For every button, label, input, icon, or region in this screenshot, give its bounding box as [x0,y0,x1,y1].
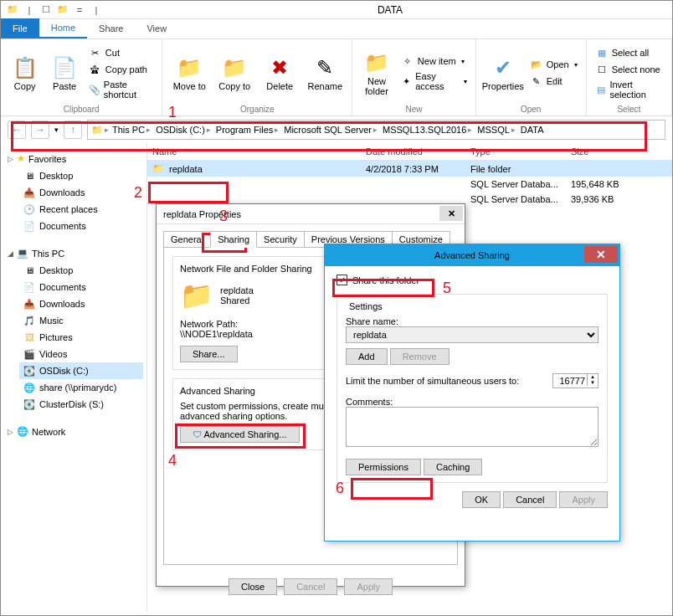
sidebar-item-clusterdisk[interactable]: 💽ClusterDisk (S:) [19,396,143,413]
sidebar-item-desktop[interactable]: 🖥Desktop [19,167,143,184]
open-group: ✔Properties 📂Open▾ ✎Edit Open [476,39,587,116]
tab-sharing[interactable]: Sharing [210,231,257,248]
new-folder-button[interactable]: 📁New folder [359,43,394,103]
sidebar-item-pc-videos[interactable]: 🎬Videos [19,346,143,362]
eq-icon[interactable]: = [73,3,86,17]
share-name-select[interactable]: repldata [346,326,599,343]
organize-group: 📁Move to 📁Copy to ✖Delete ✎Rename Organi… [162,39,352,116]
invert-icon: ▤ [595,83,607,96]
favorites-header[interactable]: ▷★Favorites [4,150,143,167]
invert-selection-button[interactable]: ▤Invert selection [593,79,665,100]
column-headers[interactable]: Name Date modified Type Size [147,143,672,161]
folder2-icon[interactable]: 📁 [56,3,69,17]
add-button[interactable]: Add [346,348,388,365]
crumb-mssql13[interactable]: MSSQL13.SQL2016▸ [381,125,474,135]
copyto-button[interactable]: 📁Copy to [214,43,254,103]
cut-button[interactable]: ✂Cut [87,45,155,60]
delete-button[interactable]: ✖Delete [259,43,300,103]
sidebar-item-documents[interactable]: 📄Documents [19,218,143,234]
ribbon: 📋Copy 📄Paste ✂Cut 🛣Copy path 📎Paste shor… [1,39,672,116]
ok-button[interactable]: OK [462,491,501,508]
cancel-button[interactable]: Cancel [284,578,337,595]
rename-button[interactable]: ✎Rename [305,43,345,103]
properties-button[interactable]: ✔Properties [483,43,523,103]
close-button[interactable]: Close [229,578,277,595]
divider-icon: | [23,3,36,17]
col-type: Type [470,146,571,157]
nav-back-button[interactable]: ← [8,121,26,139]
ribbon-tabs: File Home Share View [1,19,672,39]
paste-shortcut-button[interactable]: 📎Paste shortcut [87,79,155,100]
properties-titlebar: repldata Properties ✕ [157,204,465,224]
crumb-sql-server[interactable]: Microsoft SQL Server▸ [282,125,379,135]
moveto-button[interactable]: 📁Move to [169,43,209,103]
properties-close-button[interactable]: ✕ [439,206,463,221]
view-tab[interactable]: View [135,18,178,38]
tab-general[interactable]: General [163,231,211,247]
col-size: Size [571,146,667,157]
share-this-folder-checkbox[interactable]: ✓ Share this folder [336,275,608,285]
crumb-program-files[interactable]: Program Files▸ [214,125,280,135]
checkbox-icon: ✓ [336,275,347,285]
easy-access-button[interactable]: ✦Easy access▾ [399,70,469,92]
sidebar-item-pc-pictures[interactable]: 🖼Pictures [19,329,143,346]
permissions-button[interactable]: Permissions [346,459,421,475]
share-tab[interactable]: Share [87,18,135,38]
sidebar-item-share[interactable]: 🌐share (\\primarydc) [19,379,143,396]
sidebar-item-pc-desktop[interactable]: 🖥Desktop [19,262,143,279]
adv-cancel-button[interactable]: Cancel [503,491,557,508]
easyaccess-icon: ✦ [401,74,412,88]
sidebar-item-osdisk[interactable]: 💽OSDisk (C:) [19,362,143,379]
user-limit-spinner[interactable]: ▲▼ [552,373,599,388]
share-button[interactable]: Share... [180,346,238,362]
copy-button[interactable]: 📋Copy [8,43,42,103]
open-icon: 📂 [530,58,543,71]
file-row-repldata[interactable]: 📁repldata 4/2/2018 7:33 PM File folder [147,161,672,177]
edit-button[interactable]: ✎Edit [528,74,579,89]
new-item-button[interactable]: ✧New item▾ [399,54,469,69]
crumb-osdisk[interactable]: OSDisk (C:)▸ [154,125,213,135]
remove-button[interactable]: Remove [390,348,450,365]
advanced-sharing-button[interactable]: 🛡 Advanced Sharing... [180,426,300,443]
thispc-header[interactable]: ◢💻This PC [4,244,143,262]
crumb-mssql[interactable]: MSSQL▸ [475,125,517,135]
crumb-data[interactable]: DATA [519,125,546,135]
window-title: DATA [108,4,672,16]
advanced-sharing-close-button[interactable]: ✕ [584,246,618,263]
new-group: 📁New folder ✧New item▾ ✦Easy access▾ New [352,39,475,116]
comments-textarea[interactable] [346,407,599,447]
tab-security[interactable]: Security [256,231,305,247]
copy-path-button[interactable]: 🛣Copy path [87,62,155,77]
divider2-icon: | [90,3,103,17]
folder-icon: 📁 [180,279,213,312]
edit-icon: ✎ [530,74,543,88]
props-icon[interactable]: ☐ [39,3,53,17]
spin-up-icon: ▲ [587,374,598,380]
chevron-down-icon[interactable]: ▾ [54,126,59,134]
path-icon: 🛣 [89,63,102,76]
select-all-button[interactable]: ▦Select all [593,45,665,60]
sidebar-item-pc-documents[interactable]: 📄Documents [19,279,143,295]
sidebar-item-pc-downloads[interactable]: 📥Downloads [19,295,143,312]
advanced-sharing-dialog: Advanced Sharing ✕ ✓ Share this folder S… [324,244,620,542]
crumb-this-pc[interactable]: This PC▸ [110,125,152,135]
nav-fwd-button[interactable]: → [31,121,49,139]
network-header[interactable]: ▷🌐Network [4,423,143,440]
adv-apply-button[interactable]: Apply [559,491,608,508]
address-section: ← → ▾ ↑ 📁 ▸ This PC▸ OSDisk (C:)▸ Progra… [1,116,672,143]
file-tab[interactable]: File [1,18,39,38]
sidebar-item-downloads[interactable]: 📥Downloads [19,184,143,201]
select-none-button[interactable]: ☐Select none [593,62,665,77]
paste-button[interactable]: 📄Paste [47,43,81,103]
nav-up-button[interactable]: ↑ [64,121,82,139]
file-row[interactable]: SQL Server Databa...195,648 KB [147,177,672,192]
sidebar-item-recent[interactable]: 🕑Recent places [19,201,143,218]
window-titlebar: 📁 | ☐ 📁 = | DATA [1,1,672,19]
sidebar-item-pc-music[interactable]: 🎵Music [19,312,143,329]
address-bar[interactable]: 📁 ▸ This PC▸ OSDisk (C:)▸ Program Files▸… [87,120,665,140]
open-button[interactable]: 📂Open▾ [528,57,579,72]
apply-button[interactable]: Apply [344,578,393,595]
folder-icon: 📁 [6,3,19,17]
home-tab[interactable]: Home [39,18,87,38]
caching-button[interactable]: Caching [424,459,482,475]
